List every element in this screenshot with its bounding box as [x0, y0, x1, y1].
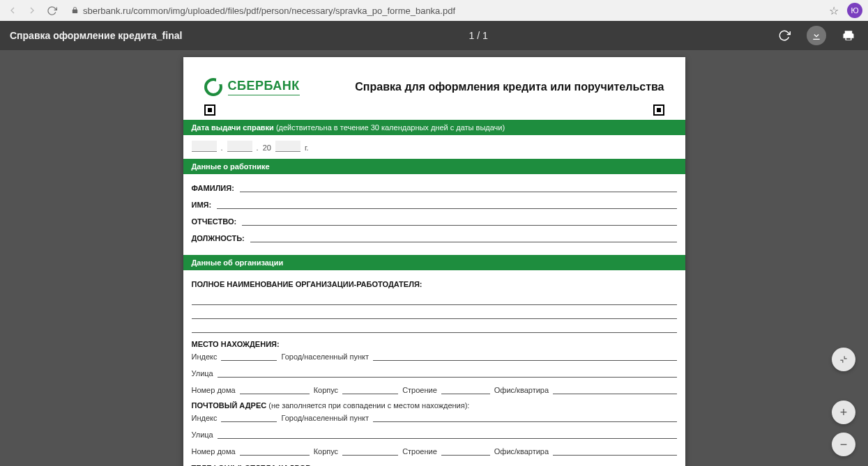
input-city-2[interactable] [373, 412, 676, 422]
input-surname[interactable] [240, 182, 677, 192]
input-korpus[interactable] [342, 385, 398, 394]
input-city[interactable] [373, 351, 676, 361]
bookmark-star-icon[interactable]: ☆ [826, 4, 842, 17]
input-street[interactable] [218, 368, 677, 378]
url-text: sberbank.ru/common/img/uploaded/files/pd… [83, 6, 455, 16]
label-street: Улица [192, 369, 213, 378]
date-separator: . [257, 143, 259, 152]
logo-icon [204, 78, 222, 96]
input-position[interactable] [250, 233, 677, 242]
label-stroenie: Строение [402, 386, 437, 394]
label-postal: ПОЧТОВЫЙ АДРЕС [192, 401, 267, 410]
reload-button[interactable] [45, 3, 59, 17]
date-day-field[interactable] [192, 141, 217, 152]
year-suffix: г. [305, 143, 309, 152]
label-index-2: Индекс [192, 414, 218, 422]
input-office[interactable] [553, 385, 676, 394]
input-index-2[interactable] [221, 412, 277, 422]
year-prefix: 20 [263, 143, 271, 152]
label-position: ДОЛЖНОСТЬ: [192, 234, 245, 242]
input-index[interactable] [221, 351, 277, 361]
label-index: Индекс [192, 352, 218, 361]
input-org-name-3[interactable] [192, 320, 677, 333]
date-month-field[interactable] [227, 141, 252, 152]
print-button[interactable] [839, 26, 858, 45]
zoom-controls: + − [832, 348, 855, 456]
input-street-2[interactable] [218, 429, 677, 439]
section-hint: (действительна в течение 30 календарных … [276, 123, 505, 132]
fit-page-button[interactable] [832, 348, 855, 371]
profile-avatar[interactable]: Ю [847, 3, 862, 18]
browser-toolbar: sberbank.ru/common/img/uploaded/files/pd… [0, 0, 868, 21]
label-stroenie-2: Строение [402, 447, 437, 456]
input-stroenie[interactable] [441, 385, 490, 394]
document-title: Справка для оформления кредита или поруч… [355, 81, 664, 93]
input-patronymic[interactable] [242, 216, 676, 226]
date-separator: . [221, 143, 223, 152]
date-year-field[interactable] [275, 141, 300, 152]
input-office-2[interactable] [553, 446, 676, 456]
lock-icon [71, 6, 79, 15]
label-office-2: Офис/квартира [494, 447, 549, 456]
label-street-2: Улица [192, 430, 213, 439]
label-house-2: Номер дома [192, 447, 236, 456]
input-org-name-1[interactable] [192, 293, 677, 305]
pdf-document-title: Справка оформление кредита_final [10, 30, 182, 41]
pdf-toolbar: Справка оформление кредита_final 1 / 1 [0, 21, 868, 50]
postal-hint: (не заполняется при совпадении с местом … [268, 401, 469, 410]
marker-icon [204, 104, 215, 116]
input-name[interactable] [217, 199, 676, 209]
section-employee: Данные о работнике [183, 159, 685, 174]
issue-date-row: . . 20 г. [183, 135, 685, 159]
input-org-name-2[interactable] [192, 306, 677, 319]
label-surname: ФАМИЛИЯ: [192, 184, 234, 192]
label-office: Офис/квартира [494, 386, 549, 394]
label-patronymic: ОТЧЕСТВО: [192, 217, 237, 226]
label-location: МЕСТО НАХОЖДЕНИЯ: [192, 340, 677, 348]
section-issue-date: Дата выдачи справки (действительна в теч… [183, 120, 685, 135]
input-stroenie-2[interactable] [441, 446, 490, 456]
forward-button[interactable] [25, 3, 39, 17]
address-bar[interactable]: sberbank.ru/common/img/uploaded/files/pd… [64, 3, 821, 18]
download-button[interactable] [807, 26, 826, 45]
rotate-button[interactable] [775, 26, 794, 45]
input-korpus-2[interactable] [342, 446, 398, 456]
label-city-2: Город/населенный пункт [281, 414, 369, 422]
alignment-markers [183, 102, 685, 120]
label-name: ИМЯ: [192, 201, 212, 209]
zoom-in-button[interactable]: + [832, 401, 855, 424]
back-button[interactable] [6, 3, 20, 17]
label-korpus: Корпус [314, 386, 338, 394]
marker-icon [653, 104, 664, 116]
pdf-page: СБЕРБАНК Справка для оформления кредита … [183, 57, 685, 466]
section-organization: Данные об организации [183, 255, 685, 270]
input-hr-phone[interactable] [319, 463, 677, 466]
zoom-out-button[interactable]: − [832, 433, 855, 456]
bank-logo: СБЕРБАНК [204, 78, 300, 96]
pdf-viewport[interactable]: СБЕРБАНК Справка для оформления кредита … [0, 50, 868, 466]
input-house[interactable] [240, 385, 310, 394]
input-house-2[interactable] [240, 446, 310, 456]
label-house: Номер дома [192, 386, 236, 394]
section-label: Дата выдачи справки [192, 123, 274, 132]
label-city: Город/населенный пункт [281, 352, 369, 361]
bank-name: СБЕРБАНК [228, 79, 300, 95]
label-korpus-2: Корпус [314, 447, 338, 456]
label-org-name: ПОЛНОЕ НАИМЕНОВАНИЕ ОРГАНИЗАЦИИ-РАБОТОДА… [192, 280, 677, 288]
page-indicator: 1 / 1 [182, 30, 775, 41]
